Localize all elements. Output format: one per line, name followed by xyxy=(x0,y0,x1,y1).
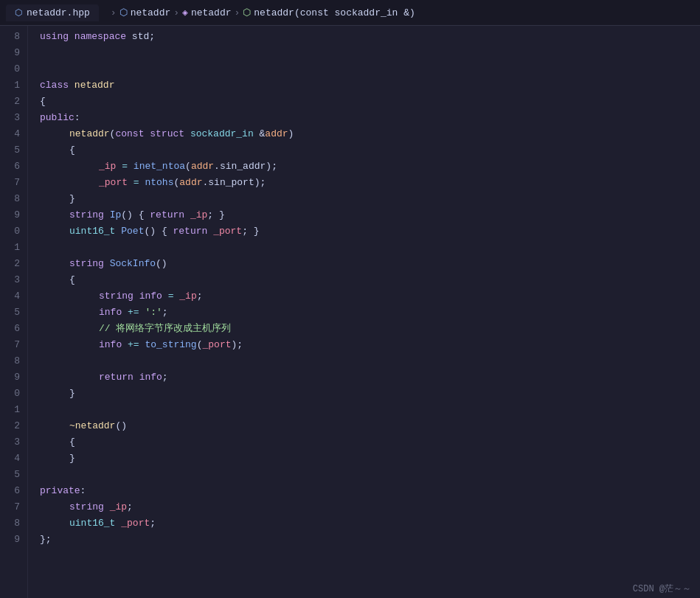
code-line-4b: string info = _ip; xyxy=(40,288,700,305)
ln-3: 3 xyxy=(0,110,27,126)
code-line-8b: } xyxy=(40,191,700,207)
code-line-3b: { xyxy=(40,272,700,288)
breadcrumb-sep-1: › xyxy=(173,7,179,18)
ln-1: 1 xyxy=(0,77,27,94)
ln-8d: 8 xyxy=(0,515,27,532)
code-line-6: _ip = inet_ntoa(addr.sin_addr); xyxy=(40,159,700,175)
ln-2c: 2 xyxy=(0,418,27,434)
code-line-9b: string Ip() { return _ip; } xyxy=(40,207,700,223)
ln-9c: 9 xyxy=(0,369,27,386)
tab-label: netaddr.hpp xyxy=(27,7,90,18)
ln-1b: 1 xyxy=(0,240,27,256)
breadcrumb-method: netaddr(const sockaddr_in &) xyxy=(254,7,415,18)
code-line-6b: // 将网络字节序改成主机序列 xyxy=(40,321,700,337)
code-line-9 xyxy=(40,45,700,61)
ln-4b: 4 xyxy=(0,288,27,305)
breadcrumb-netaddr: netaddr xyxy=(131,7,171,18)
ln-1c: 1 xyxy=(0,402,27,418)
code-line-8: using namespace std; xyxy=(40,29,700,45)
ln-9b: 9 xyxy=(0,207,27,223)
ln-6b: 6 xyxy=(0,321,27,337)
ln-7c: 7 xyxy=(0,499,27,515)
code-line-9c: return info; xyxy=(40,369,700,386)
code-line-1b xyxy=(40,240,700,256)
ln-0b: 0 xyxy=(0,223,27,240)
code-line-0b: uint16_t Poet() { return _port; } xyxy=(40,223,700,240)
code-line-5b: info += ':'; xyxy=(40,305,700,321)
ln-7: 7 xyxy=(0,175,27,191)
ln-5b: 5 xyxy=(0,305,27,321)
status-bar: CSDN @茫～～ xyxy=(624,580,700,598)
ln-4: 4 xyxy=(0,126,27,142)
code-line-3c: { xyxy=(40,434,700,451)
editor: 8 9 0 1 2 3 4 5 6 7 8 9 0 1 2 3 4 5 6 7 … xyxy=(0,26,700,598)
code-line-5c xyxy=(40,467,700,483)
code-line-8d: uint16_t _port; xyxy=(40,515,700,532)
bc-icon-2: ⬡ xyxy=(243,7,251,18)
bc-icon-0: ⬡ xyxy=(119,7,128,18)
ln-8c: 8 xyxy=(0,353,27,369)
ln-6: 6 xyxy=(0,159,27,175)
code-line-8c xyxy=(40,353,700,369)
breadcrumb-sep-2: › xyxy=(235,7,240,18)
breadcrumb: › ⬡ netaddr › ◈ netaddr › ⬡ netaddr(cons… xyxy=(111,7,415,18)
line-numbers: 8 9 0 1 2 3 4 5 6 7 8 9 0 1 2 3 4 5 6 7 … xyxy=(0,26,28,598)
code-line-1: class netaddr xyxy=(40,77,700,94)
ln-3c: 3 xyxy=(0,434,27,451)
code-line-3: public: xyxy=(40,110,700,126)
tab-bar: ⬡ netaddr.hpp › ⬡ netaddr › ◈ netaddr › … xyxy=(0,0,700,26)
code-line-5: { xyxy=(40,142,700,159)
code-line-7b: info += to_string(_port); xyxy=(40,337,700,353)
code-line-0c: } xyxy=(40,386,700,402)
ln-8b: 8 xyxy=(0,191,27,207)
code-line-1c xyxy=(40,402,700,418)
ln-9d: 9 xyxy=(0,532,27,548)
ln-4c: 4 xyxy=(0,451,27,467)
code-line-2: { xyxy=(40,94,700,110)
ln-5: 5 xyxy=(0,142,27,159)
code-line-7: _port = ntohs(addr.sin_port); xyxy=(40,175,700,191)
ln-7b: 7 xyxy=(0,337,27,353)
breadcrumb-class: netaddr xyxy=(191,7,232,18)
ln-2: 2 xyxy=(0,94,27,110)
ln-3b: 3 xyxy=(0,272,27,288)
ln-9: 9 xyxy=(0,45,27,61)
breadcrumb-sep-0: › xyxy=(111,7,117,18)
ln-0a: 0 xyxy=(0,61,27,77)
ln-0c: 0 xyxy=(0,386,27,402)
code-line-4: netaddr(const struct sockaddr_in &addr) xyxy=(40,126,700,142)
bc-icon-1: ◈ xyxy=(182,7,188,18)
hpp-icon: ⬡ xyxy=(15,7,22,18)
ln-5c: 5 xyxy=(0,467,27,483)
code-line-2b: string SockInfo() xyxy=(40,256,700,272)
ln-8: 8 xyxy=(0,29,27,45)
code-line-0a xyxy=(40,61,700,77)
code-line-9d: }; xyxy=(40,532,700,548)
status-text: CSDN @茫～～ xyxy=(633,584,691,594)
ln-2b: 2 xyxy=(0,256,27,272)
code-area[interactable]: using namespace std; class netaddr { pub… xyxy=(28,26,700,598)
code-line-7c: string _ip; xyxy=(40,499,700,515)
tab-netaddr-hpp[interactable]: ⬡ netaddr.hpp xyxy=(6,4,99,21)
code-line-2c: ~netaddr() xyxy=(40,418,700,434)
ln-6c: 6 xyxy=(0,483,27,499)
code-line-6c: private: xyxy=(40,483,700,499)
code-line-4c: } xyxy=(40,451,700,467)
